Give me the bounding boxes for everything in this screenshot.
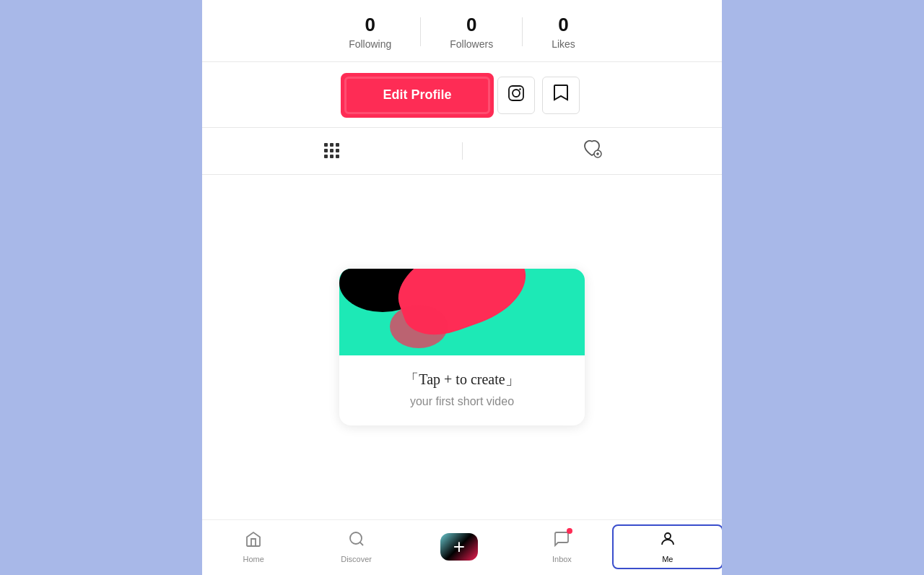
discover-icon — [348, 530, 365, 552]
heart-person-icon — [582, 139, 602, 163]
inbox-icon — [553, 530, 570, 552]
edit-profile-wrapper: Edit Profile — [344, 77, 489, 114]
followers-stat[interactable]: 0 Followers — [421, 14, 522, 50]
discover-label: Discover — [341, 555, 372, 563]
phone-screen: 0 Following 0 Followers 0 Likes Edit Pro… — [202, 0, 722, 575]
followers-label: Followers — [450, 38, 493, 50]
nav-create[interactable]: + — [408, 526, 510, 568]
instagram-icon — [507, 85, 525, 105]
me-label: Me — [662, 555, 673, 563]
nav-home[interactable]: Home — [202, 526, 305, 568]
tabs-section — [202, 127, 722, 175]
tab-grid[interactable] — [202, 139, 462, 163]
content-area: 「Tap + to create」 your first short video — [202, 175, 722, 519]
following-label: Following — [349, 38, 391, 50]
create-button[interactable]: + — [440, 533, 478, 561]
svg-point-5 — [665, 533, 671, 539]
svg-point-4 — [350, 532, 362, 544]
following-stat[interactable]: 0 Following — [320, 14, 420, 50]
bookmark-icon — [553, 84, 569, 106]
inbox-label: Inbox — [552, 555, 572, 563]
buttons-section: Edit Profile — [202, 62, 722, 127]
grid-icon — [324, 143, 339, 158]
create-card: 「Tap + to create」 your first short video — [339, 269, 585, 425]
create-title: 「Tap + to create」 — [351, 370, 573, 389]
following-count: 0 — [365, 14, 375, 35]
nav-me[interactable]: Me — [612, 524, 722, 569]
edit-profile-button[interactable]: Edit Profile — [344, 77, 489, 114]
plus-icon: + — [453, 537, 465, 557]
me-icon — [659, 530, 676, 552]
svg-point-2 — [519, 88, 520, 90]
home-icon — [245, 530, 262, 552]
inbox-notification-dot — [567, 528, 572, 534]
create-card-image — [339, 269, 585, 355]
likes-count: 0 — [558, 14, 568, 35]
followers-count: 0 — [466, 14, 476, 35]
nav-inbox[interactable]: Inbox — [510, 526, 613, 568]
bookmark-button[interactable] — [542, 77, 580, 114]
create-subtitle: your first short video — [351, 395, 573, 408]
likes-stat[interactable]: 0 Likes — [523, 14, 604, 50]
stats-section: 0 Following 0 Followers 0 Likes — [202, 0, 722, 62]
svg-point-1 — [513, 90, 520, 97]
home-label: Home — [243, 555, 264, 563]
tab-liked[interactable] — [463, 135, 723, 167]
create-card-body: 「Tap + to create」 your first short video — [339, 355, 585, 425]
instagram-button[interactable] — [497, 77, 535, 114]
bottom-nav: Home Discover + — [202, 519, 722, 575]
likes-label: Likes — [552, 38, 575, 50]
svg-rect-0 — [509, 86, 523, 100]
blob-pink-2 — [390, 305, 448, 348]
nav-discover[interactable]: Discover — [305, 526, 407, 568]
